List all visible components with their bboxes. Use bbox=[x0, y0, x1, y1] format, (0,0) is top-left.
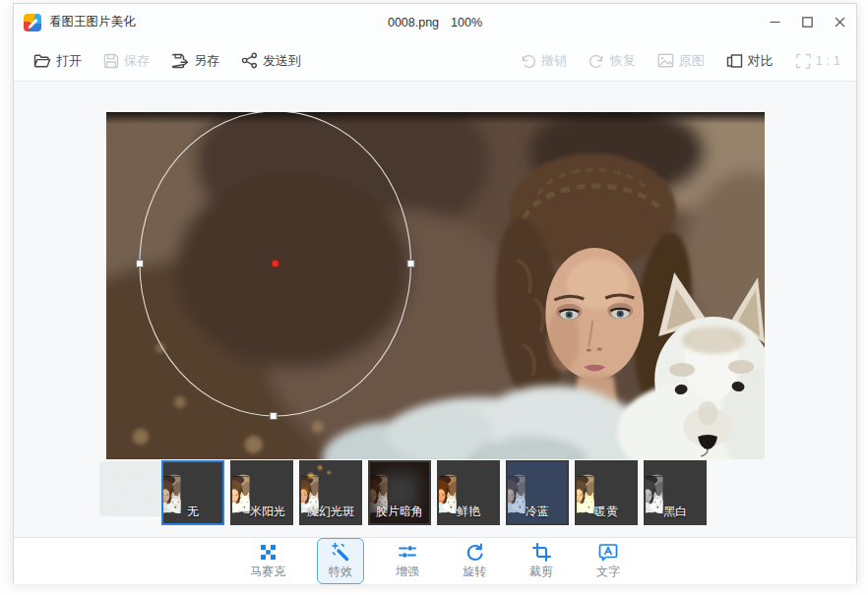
filter-black-white[interactable]: 黑白 bbox=[644, 460, 707, 525]
sliders-icon bbox=[398, 542, 417, 562]
maximize-button[interactable] bbox=[791, 4, 824, 40]
app-title: 看图王图片美化 bbox=[49, 14, 136, 30]
save-as-button[interactable]: 另存 bbox=[171, 52, 219, 70]
tool-effects[interactable]: 特效 bbox=[317, 538, 364, 584]
editor-canvas: 无 一米阳光 魔幻光斑 胶片暗角 鲜艳 bbox=[14, 82, 856, 537]
save-as-label: 另存 bbox=[194, 52, 219, 70]
rotate-icon bbox=[465, 542, 484, 562]
tool-label: 裁剪 bbox=[529, 564, 553, 580]
original-image-button[interactable]: 原图 bbox=[657, 52, 705, 70]
minimize-icon bbox=[770, 17, 780, 28]
crop-icon bbox=[532, 542, 551, 562]
mosaic-icon bbox=[259, 542, 278, 562]
tool-label: 马赛克 bbox=[250, 564, 285, 580]
screen: 看图王图片美化 0008.png 100% bbox=[0, 0, 868, 595]
filter-magic-bokeh[interactable]: 魔幻光斑 bbox=[299, 460, 362, 525]
tool-mosaic[interactable]: 马赛克 bbox=[238, 538, 297, 584]
app-window: 看图王图片美化 0008.png 100% bbox=[13, 3, 857, 583]
save-icon bbox=[103, 53, 119, 69]
tool-label: 旋转 bbox=[463, 564, 486, 580]
close-icon bbox=[835, 17, 845, 28]
filter-film-vignette[interactable]: 胶片暗角 bbox=[368, 460, 431, 525]
compare-icon bbox=[726, 53, 743, 69]
strip-texture bbox=[99, 461, 164, 516]
document-title: 0008.png 100% bbox=[388, 4, 482, 40]
actual-size-label: 1 : 1 bbox=[816, 53, 840, 68]
undo-label: 撤销 bbox=[541, 52, 567, 70]
minimize-button[interactable] bbox=[759, 4, 791, 40]
tool-tabs: 马赛克 特效 增强 旋转 bbox=[14, 537, 856, 584]
photo-canvas[interactable] bbox=[106, 112, 765, 459]
tool-text[interactable]: 文字 bbox=[585, 538, 632, 584]
undo-button[interactable]: 撤销 bbox=[520, 52, 567, 70]
tool-enhance[interactable]: 增强 bbox=[384, 538, 431, 584]
main-toolbar: 打开 保存 另存 发送到 撤销 bbox=[14, 40, 856, 82]
send-to-button[interactable]: 发送到 bbox=[241, 52, 301, 70]
filter-sunshine-preview bbox=[232, 462, 291, 523]
text-icon bbox=[598, 542, 618, 562]
filter-warm-yellow-preview bbox=[577, 462, 636, 523]
one-to-one-icon bbox=[795, 53, 811, 69]
redo-icon bbox=[589, 53, 605, 69]
open-button[interactable]: 打开 bbox=[33, 52, 82, 70]
filter-sunshine[interactable]: 一米阳光 bbox=[230, 460, 293, 525]
filter-vivid[interactable]: 鲜艳 bbox=[437, 460, 500, 525]
filter-film-vignette-preview bbox=[370, 462, 429, 523]
filter-magic-bokeh-preview bbox=[301, 462, 360, 523]
tool-rotate[interactable]: 旋转 bbox=[451, 538, 498, 584]
actual-size-button[interactable]: 1 : 1 bbox=[795, 53, 840, 69]
filter-strip: 无 一米阳光 魔幻光斑 胶片暗角 鲜艳 bbox=[161, 460, 707, 525]
tool-label: 特效 bbox=[329, 564, 352, 580]
maximize-icon bbox=[802, 17, 813, 28]
filter-none[interactable]: 无 bbox=[161, 460, 224, 525]
redo-label: 恢复 bbox=[610, 52, 636, 70]
share-icon bbox=[241, 52, 258, 69]
save-as-icon bbox=[171, 53, 189, 69]
filter-cool-blue[interactable]: 冷蓝 bbox=[506, 460, 569, 525]
document-name: 0008.png bbox=[388, 16, 439, 30]
filter-none-preview bbox=[163, 462, 222, 523]
filter-vivid-preview bbox=[439, 462, 498, 523]
tool-label: 文字 bbox=[596, 564, 620, 580]
compare-label: 对比 bbox=[748, 52, 774, 70]
undo-icon bbox=[520, 53, 536, 69]
filter-cool-blue-preview bbox=[508, 462, 567, 523]
open-label: 打开 bbox=[56, 52, 82, 70]
filter-warm-yellow[interactable]: 暖黄 bbox=[575, 460, 638, 525]
send-to-label: 发送到 bbox=[263, 52, 301, 70]
zoom-level: 100% bbox=[451, 16, 482, 30]
photo-image bbox=[106, 112, 765, 459]
app-logo-icon bbox=[24, 14, 41, 31]
close-button[interactable] bbox=[824, 4, 856, 40]
magic-wand-icon bbox=[331, 542, 350, 562]
save-button[interactable]: 保存 bbox=[103, 52, 150, 70]
compare-button[interactable]: 对比 bbox=[726, 52, 774, 70]
tool-label: 增强 bbox=[396, 564, 419, 580]
image-icon bbox=[657, 53, 674, 68]
filter-black-white-preview bbox=[646, 462, 705, 523]
save-label: 保存 bbox=[124, 52, 150, 70]
titlebar: 看图王图片美化 0008.png 100% bbox=[14, 4, 856, 40]
open-folder-icon bbox=[33, 53, 51, 69]
original-label: 原图 bbox=[679, 52, 705, 70]
redo-button[interactable]: 恢复 bbox=[589, 52, 636, 70]
tool-crop[interactable]: 裁剪 bbox=[518, 538, 565, 584]
